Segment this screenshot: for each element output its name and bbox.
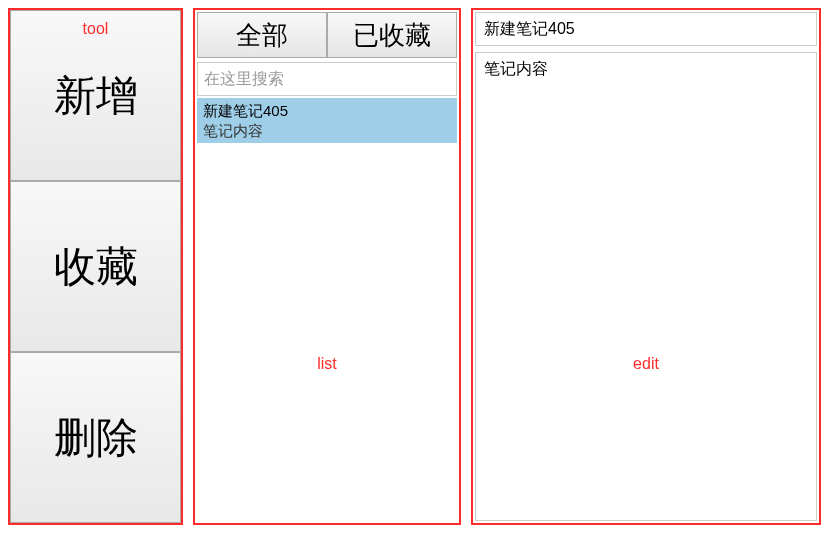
list-item[interactable]: 新建笔记405 笔记内容 [197, 98, 457, 143]
note-body-textarea[interactable] [475, 52, 817, 521]
favorite-button[interactable]: 收藏 [10, 181, 181, 352]
tab-favorited[interactable]: 已收藏 [327, 12, 457, 58]
note-list: 新建笔记405 笔记内容 [197, 98, 457, 521]
delete-button[interactable]: 删除 [10, 352, 181, 523]
edit-panel: edit [471, 8, 821, 525]
list-item-preview: 笔记内容 [203, 121, 451, 141]
note-title-input[interactable] [475, 12, 817, 46]
add-button[interactable]: 新增 [10, 10, 181, 181]
search-input[interactable] [197, 62, 457, 96]
list-panel: list 全部 已收藏 新建笔记405 笔记内容 [193, 8, 461, 525]
list-item-title: 新建笔记405 [203, 101, 451, 121]
tool-panel: tool 新增 收藏 删除 [8, 8, 183, 525]
list-tabs: 全部 已收藏 [197, 12, 457, 58]
tab-all[interactable]: 全部 [197, 12, 327, 58]
